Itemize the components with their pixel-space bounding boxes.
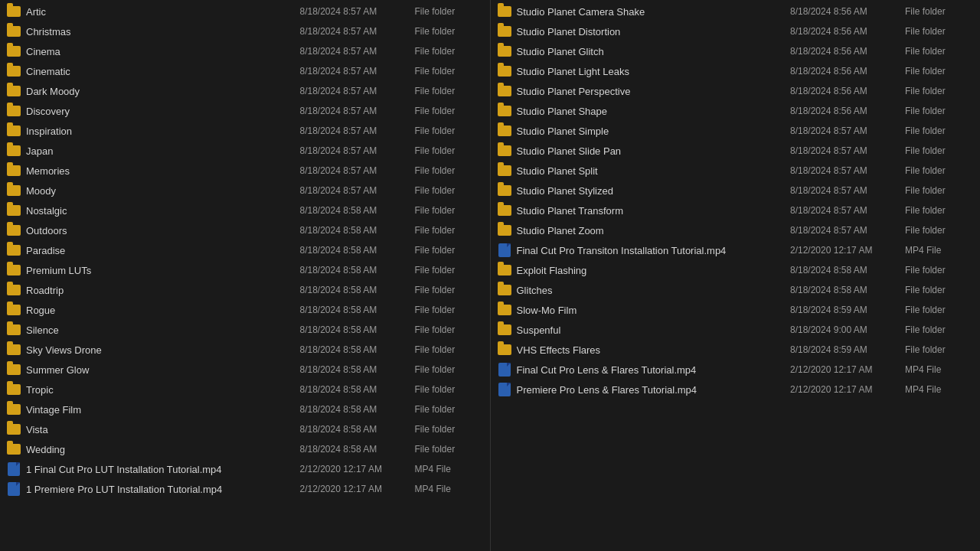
- list-item[interactable]: Christmas8/18/2024 8:57 AMFile folder: [0, 21, 490, 41]
- file-name: Studio Planet Zoom: [517, 225, 791, 236]
- file-name: Rogue: [26, 305, 300, 316]
- mp4-icon: [6, 461, 21, 477]
- list-item[interactable]: 1 Premiere Pro LUT Installation Tutorial…: [0, 479, 490, 499]
- file-name: Premium LUTs: [26, 265, 300, 276]
- list-item[interactable]: Studio Planet Glitch8/18/2024 8:56 AMFil…: [491, 41, 981, 61]
- file-date: 8/18/2024 8:57 AM: [300, 145, 415, 156]
- list-item[interactable]: Tropic8/18/2024 8:58 AMFile folder: [0, 380, 490, 399]
- file-name: Exploit Flashing: [517, 265, 791, 276]
- list-item[interactable]: Artic8/18/2024 8:57 AMFile folder: [0, 2, 490, 21]
- folder-icon: [497, 183, 512, 198]
- list-item[interactable]: Glitches8/18/2024 8:58 AMFile folder: [491, 280, 981, 300]
- file-type: File folder: [905, 145, 974, 156]
- list-item[interactable]: Studio Planet Camera Shake8/18/2024 8:56…: [491, 2, 981, 21]
- list-item[interactable]: Cinematic8/18/2024 8:57 AMFile folder: [0, 61, 490, 81]
- list-item[interactable]: Cinema8/18/2024 8:57 AMFile folder: [0, 41, 490, 61]
- list-item[interactable]: 1 Final Cut Pro LUT Installation Tutoria…: [0, 459, 490, 479]
- folder-icon: [497, 83, 512, 99]
- file-date: 8/18/2024 8:58 AM: [300, 324, 415, 335]
- list-item[interactable]: Studio Planet Split8/18/2024 8:57 AMFile…: [491, 161, 981, 181]
- list-item[interactable]: Studio Planet Simple8/18/2024 8:57 AMFil…: [491, 121, 981, 141]
- file-type: File folder: [905, 205, 974, 216]
- file-date: 8/18/2024 8:58 AM: [300, 424, 415, 435]
- list-item[interactable]: Paradise8/18/2024 8:58 AMFile folder: [0, 240, 490, 260]
- file-date: 8/18/2024 8:59 AM: [790, 305, 905, 315]
- list-item[interactable]: Dark Moody8/18/2024 8:57 AMFile folder: [0, 81, 490, 101]
- list-item[interactable]: Studio Planet Perspective8/18/2024 8:56 …: [491, 81, 981, 101]
- file-name: Sky Views Drone: [26, 344, 300, 356]
- list-item[interactable]: Studio Planet Slide Pan8/18/2024 8:57 AM…: [491, 141, 981, 161]
- file-name: Studio Planet Transform: [517, 205, 791, 217]
- list-item[interactable]: Premiere Pro Lens & Flares Tutorial.mp42…: [491, 380, 981, 399]
- file-type: File folder: [415, 324, 484, 335]
- file-date: 8/18/2024 8:56 AM: [790, 66, 905, 77]
- file-type: File folder: [905, 126, 974, 136]
- list-item[interactable]: Studio Planet Stylized8/18/2024 8:57 AMF…: [491, 181, 981, 201]
- file-type: File folder: [905, 225, 974, 236]
- file-date: 2/12/2020 12:17 AM: [300, 464, 415, 474]
- file-type: File folder: [905, 265, 974, 276]
- list-item[interactable]: Final Cut Pro Lens & Flares Tutorial.mp4…: [491, 360, 981, 380]
- file-type: File folder: [905, 185, 974, 196]
- folder-icon: [6, 262, 21, 278]
- list-item[interactable]: Memories8/18/2024 8:57 AMFile folder: [0, 161, 490, 181]
- folder-icon: [6, 203, 21, 218]
- file-date: 8/18/2024 8:57 AM: [300, 165, 415, 176]
- file-type: File folder: [415, 285, 484, 295]
- file-type: File folder: [905, 46, 974, 57]
- file-type: File folder: [415, 424, 484, 435]
- list-item[interactable]: Nostalgic8/18/2024 8:58 AMFile folder: [0, 201, 490, 220]
- list-item[interactable]: Vintage Film8/18/2024 8:58 AMFile folder: [0, 399, 490, 419]
- file-type: File folder: [415, 364, 484, 375]
- file-name: Studio Planet Perspective: [517, 86, 791, 97]
- list-item[interactable]: Discovery8/18/2024 8:57 AMFile folder: [0, 101, 490, 121]
- file-date: 2/12/2020 12:17 AM: [790, 364, 905, 375]
- list-item[interactable]: Studio Planet Light Leaks8/18/2024 8:56 …: [491, 61, 981, 81]
- file-date: 8/18/2024 8:58 AM: [300, 344, 415, 355]
- file-name: Cinematic: [26, 66, 300, 77]
- list-item[interactable]: Premium LUTs8/18/2024 8:58 AMFile folder: [0, 260, 490, 280]
- list-item[interactable]: Rogue8/18/2024 8:58 AMFile folder: [0, 300, 490, 320]
- list-item[interactable]: Suspenful8/18/2024 9:00 AMFile folder: [491, 320, 981, 340]
- folder-icon: [6, 183, 21, 198]
- file-date: 8/18/2024 8:57 AM: [790, 205, 905, 216]
- list-item[interactable]: Roadtrip8/18/2024 8:58 AMFile folder: [0, 280, 490, 300]
- list-item[interactable]: Moody8/18/2024 8:57 AMFile folder: [0, 181, 490, 201]
- list-item[interactable]: Final Cut Pro Transiton Installation Tut…: [491, 240, 981, 260]
- list-item[interactable]: Silence8/18/2024 8:58 AMFile folder: [0, 320, 490, 340]
- file-type: File folder: [415, 225, 484, 236]
- list-item[interactable]: Studio Planet Distortion8/18/2024 8:56 A…: [491, 21, 981, 41]
- list-item[interactable]: Vista8/18/2024 8:58 AMFile folder: [0, 419, 490, 439]
- list-item[interactable]: Sky Views Drone8/18/2024 8:58 AMFile fol…: [0, 340, 490, 360]
- file-name: Studio Planet Shape: [517, 106, 791, 117]
- right-column: Studio Planet Camera Shake8/18/2024 8:56…: [491, 0, 981, 551]
- file-name: Christmas: [26, 26, 300, 37]
- file-type: File folder: [905, 6, 974, 17]
- list-item[interactable]: Studio Planet Transform8/18/2024 8:57 AM…: [491, 201, 981, 220]
- file-date: 8/18/2024 8:59 AM: [790, 344, 905, 355]
- list-item[interactable]: Summer Glow8/18/2024 8:58 AMFile folder: [0, 360, 490, 380]
- folder-icon: [6, 123, 21, 139]
- list-item[interactable]: Studio Planet Zoom8/18/2024 8:57 AMFile …: [491, 220, 981, 240]
- file-date: 8/18/2024 8:57 AM: [300, 126, 415, 136]
- list-item[interactable]: Outdoors8/18/2024 8:58 AMFile folder: [0, 220, 490, 240]
- list-item[interactable]: Wedding8/18/2024 8:58 AMFile folder: [0, 439, 490, 459]
- file-name: Final Cut Pro Lens & Flares Tutorial.mp4: [517, 364, 791, 376]
- file-date: 8/18/2024 8:58 AM: [300, 285, 415, 295]
- list-item[interactable]: Slow-Mo Film8/18/2024 8:59 AMFile folder: [491, 300, 981, 320]
- list-item[interactable]: Japan8/18/2024 8:57 AMFile folder: [0, 141, 490, 161]
- file-type: File folder: [905, 305, 974, 315]
- file-type: MP4 File: [415, 484, 484, 494]
- file-name: Vista: [26, 424, 300, 435]
- folder-icon: [6, 103, 21, 119]
- file-name: Tropic: [26, 384, 300, 396]
- file-date: 8/18/2024 8:57 AM: [790, 145, 905, 156]
- folder-icon: [497, 302, 512, 318]
- file-name: Artic: [26, 6, 300, 18]
- list-item[interactable]: Inspiration8/18/2024 8:57 AMFile folder: [0, 121, 490, 141]
- list-item[interactable]: Exploit Flashing8/18/2024 8:58 AMFile fo…: [491, 260, 981, 280]
- list-item[interactable]: VHS Effects Flares8/18/2024 8:59 AMFile …: [491, 340, 981, 360]
- list-item[interactable]: Studio Planet Shape8/18/2024 8:56 AMFile…: [491, 101, 981, 121]
- file-name: Cinema: [26, 46, 300, 57]
- file-name: Moody: [26, 185, 300, 197]
